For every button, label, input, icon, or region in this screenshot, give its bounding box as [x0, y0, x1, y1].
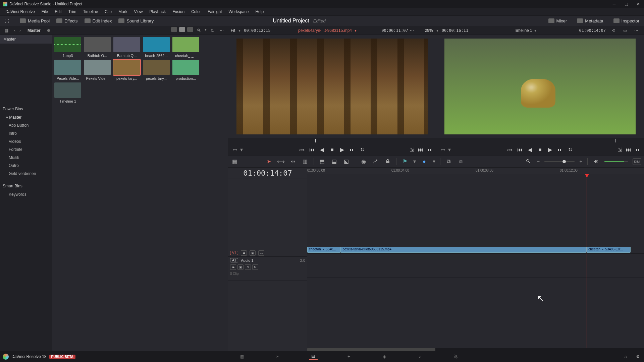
menu-view[interactable]: View [131, 9, 146, 14]
stop-button[interactable]: ■ [329, 146, 335, 153]
sort-icon[interactable]: ⇅ [209, 27, 216, 34]
menu-color[interactable]: Color [188, 9, 204, 14]
clip-thumb[interactable]: Pexels Vide... [83, 60, 111, 80]
src-options-icon[interactable]: ⋯ [408, 27, 416, 34]
edit-index-toggle[interactable]: Edit Index [83, 17, 114, 25]
menu-clip[interactable]: Clip [101, 9, 115, 14]
menu-edit[interactable]: Edit [51, 9, 65, 14]
tl-play-button[interactable]: ▶ [547, 146, 553, 153]
clip-thumb[interactable]: production... [172, 60, 200, 80]
list-view-icon[interactable] [187, 27, 193, 32]
zoom-out-icon[interactable]: − [537, 159, 540, 165]
tl-match-frame-icon[interactable]: ‹◦› [506, 146, 513, 153]
metadata-toggle[interactable]: Metadata [575, 17, 605, 25]
fusion-page-tab[interactable]: ✦ [344, 353, 353, 360]
cut-page-tab[interactable]: ✂︎ [273, 353, 282, 360]
power-bin-item[interactable]: Geld verdienen [0, 170, 52, 178]
snap-icon[interactable]: ⧉ [445, 158, 452, 165]
replace-icon[interactable]: ⏮ [426, 146, 433, 153]
power-bin-item[interactable]: Fortnite [0, 145, 52, 154]
src-clip-name[interactable]: pexels-taryn-...t-9683115.mp4 [298, 28, 352, 33]
thumbnail-view-icon[interactable] [179, 27, 185, 32]
v1-auto-select-icon[interactable]: ▣ [250, 250, 256, 256]
dim-button[interactable]: DIM [633, 158, 642, 165]
media-pool-toggle[interactable]: Media Pool [18, 17, 52, 25]
step-back-button[interactable]: ◀ [319, 146, 325, 153]
pool-options-icon[interactable]: ⋯ [218, 27, 225, 34]
a1-track-badge[interactable]: A1 [230, 258, 238, 262]
mixer-toggle[interactable]: Mixer [546, 17, 569, 25]
menu-playback[interactable]: Playback [146, 9, 169, 14]
overwrite-clip-icon[interactable]: ⬓ [331, 158, 338, 165]
source-viewer[interactable] [228, 35, 436, 138]
effects-toggle[interactable]: Effects [54, 17, 80, 25]
tl-mode-icon[interactable]: ▭ [439, 146, 446, 153]
power-bin-item[interactable]: Intro [0, 129, 52, 137]
clip-thumb[interactable]: pexels-tary... [113, 60, 141, 80]
tl-next-edit-icon[interactable]: ⏭ [625, 146, 632, 153]
trim-tool[interactable]: ⟷ [277, 158, 285, 165]
a1-solo-button[interactable]: S [245, 264, 251, 270]
close-button[interactable]: ✕ [635, 1, 641, 7]
v1-lock-icon[interactable]: 🔒︎ [241, 250, 247, 256]
a1-track-head[interactable]: A1 Audio 1 2.0 🔒︎ ▣ S M 0 Clip [228, 257, 307, 281]
timeline-clip[interactable]: pexels-taryn-elliott-9683115.mp4 [341, 247, 587, 253]
src-zoom[interactable]: Fit [231, 28, 235, 33]
next-clip-button[interactable]: ⏭ [349, 146, 356, 153]
clip-thumb[interactable]: beach-2562... [142, 37, 170, 58]
power-bin-item[interactable]: Abo Button [0, 121, 52, 129]
a1-mute-button[interactable]: M [252, 264, 258, 270]
menu-file[interactable]: File [38, 9, 51, 14]
insert-clip-icon[interactable]: ⬒ [319, 158, 326, 165]
sound-library-toggle[interactable]: Sound Library [116, 17, 156, 25]
menu-trim[interactable]: Trim [65, 9, 80, 14]
prev-clip-button[interactable]: ⏮ [309, 146, 315, 153]
a1-auto-select-icon[interactable]: ▣ [237, 264, 244, 270]
tl-prev-edit-icon[interactable]: ⏮ [634, 146, 641, 153]
tl-stop-button[interactable]: ■ [537, 146, 543, 153]
loop-button[interactable]: ↻ [359, 146, 366, 153]
power-bin-master[interactable]: ▾ Master [0, 113, 52, 121]
src-mode-icon[interactable]: ▭ [231, 146, 238, 153]
insert-icon[interactable]: ⏭ [417, 146, 424, 153]
menu-mark[interactable]: Mark [115, 9, 131, 14]
tl-next-clip-button[interactable]: ⏭ [557, 146, 564, 153]
fullscreen-toggle[interactable]: ⛶ [3, 17, 11, 25]
match-frame-icon[interactable]: ‹◦› [299, 146, 305, 153]
menu-davinci-resolve[interactable]: DaVinci Resolve [2, 9, 38, 14]
smart-bin-item[interactable]: Keywords [0, 190, 52, 198]
overwrite-icon[interactable]: ⇲ [409, 146, 415, 153]
clip-thumb[interactable]: Bathtub Q... [113, 37, 141, 58]
expand-viewer-icon[interactable]: ▭ [621, 27, 629, 34]
tl-step-back-button[interactable]: ◀ [527, 146, 533, 153]
zoom-search-icon[interactable]: 🔍︎ [525, 158, 532, 165]
clip-thumb[interactable]: 1.mp3 [54, 37, 82, 58]
clip-thumb[interactable]: Timeline 1 [54, 82, 82, 103]
project-settings-icon[interactable]: ⚙︎ [634, 353, 641, 360]
timeline-viewer[interactable] [436, 35, 644, 138]
speaker-icon[interactable]: 🔊︎ [592, 158, 600, 165]
nav-back-icon[interactable]: ‹ [14, 28, 15, 33]
clip-thumb[interactable]: Pexels Vide... [54, 60, 82, 80]
timeline-h-scroll-thumb[interactable] [307, 348, 435, 351]
tl-zoom[interactable]: 29% [425, 28, 433, 33]
power-bin-item[interactable]: Outro [0, 162, 52, 170]
home-icon[interactable]: ⌂ [622, 353, 629, 360]
menu-timeline[interactable]: Timeline [79, 9, 101, 14]
clip-thumb[interactable]: pexels-tary... [142, 60, 170, 80]
tl-loop-button[interactable]: ↻ [567, 146, 574, 153]
maximize-button[interactable]: ▢ [623, 1, 629, 7]
power-bin-item[interactable]: Musik [0, 154, 52, 162]
nav-fwd-icon[interactable]: › [19, 28, 21, 33]
inspector-toggle[interactable]: Inspector [611, 17, 641, 25]
timeline-scrubber[interactable] [436, 138, 644, 144]
play-button[interactable]: ▶ [339, 146, 345, 153]
v1-track[interactable]: cheetah_-_5348...pexels-taryn-elliott-96… [307, 246, 644, 254]
media-page-tab[interactable]: ▦ [238, 353, 247, 360]
timeline-clip[interactable]: cheetah_-_5348... [307, 247, 341, 253]
dynamic-trim-tool[interactable]: ⇔ [289, 158, 297, 165]
zoom-slider-handle[interactable] [562, 160, 566, 163]
a1-track[interactable] [307, 254, 644, 278]
playhead[interactable] [587, 174, 587, 348]
timeline-ruler[interactable]: 01:00:00:0001:00:04:0001:00:08:0001:00:1… [307, 168, 644, 174]
